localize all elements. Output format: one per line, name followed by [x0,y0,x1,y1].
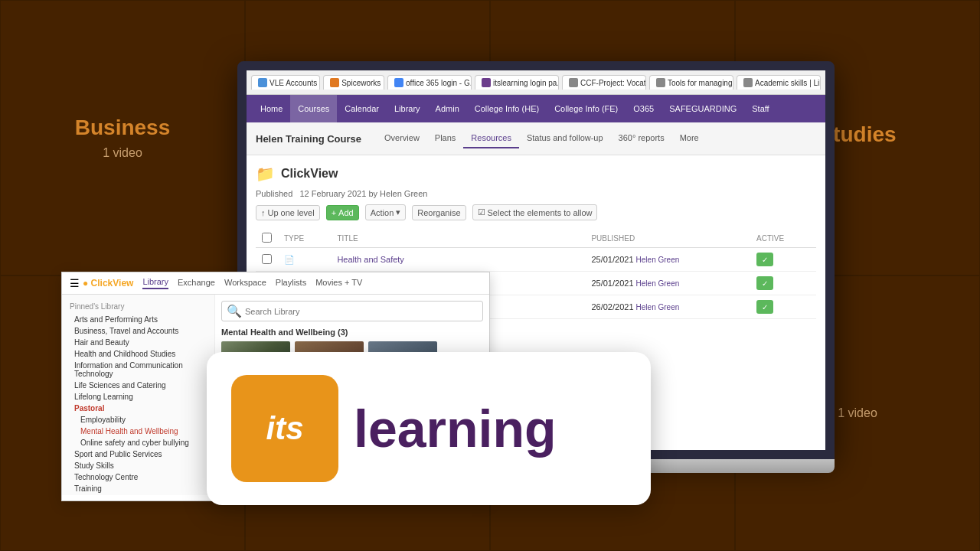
sidebar-item-study[interactable]: Study Skills [62,460,214,471]
up-one-level-btn[interactable]: ↑ Up one level [256,205,320,220]
sidebar-item-4[interactable]: Information and Communication Technology [62,360,214,380]
cv-nav-workspace[interactable]: Workspace [224,278,266,289]
browser-tab-5[interactable]: Tools for managing... [649,75,733,90]
logo-text-learning: learning [354,399,557,458]
sidebar-item-2[interactable]: Hair and Beauty [62,337,214,348]
sidebar-item-3[interactable]: Health and Childhood Studies [62,348,214,360]
nav-courses[interactable]: Courses [290,95,337,122]
nav-college-fe[interactable]: College Info (FE) [547,95,626,122]
course-header: Helen Training Course Overview Plans Res… [247,122,825,155]
nav-home[interactable]: Home [253,95,290,122]
bg-tile-business: Business 1 video [0,0,245,276]
nav-admin[interactable]: Admin [428,95,467,122]
tab-icon-ccf [569,78,578,87]
cv-category-title: Mental Health and Wellbeing (3) [221,328,483,337]
col-title: TITLE [331,230,585,248]
active-badge-0: ✓ [756,253,773,266]
bg-tile-count: 1 video [103,146,142,160]
author-link-1[interactable]: Helen Green [636,279,680,288]
tab-icon-vle [258,78,267,87]
nav-college-he[interactable]: College Info (HE) [467,95,547,122]
sidebar-sub-cyber[interactable]: Online safety and cyber bullying [62,437,214,448]
row-published-2: 26/02/2021 Helen Green [585,295,750,319]
course-tabs: Overview Plans Resources Status and foll… [377,129,707,148]
published-label: Published [256,189,292,198]
add-btn[interactable]: + Add [326,205,359,220]
nav-o365[interactable]: O365 [626,95,662,122]
tab-icon-tools [656,78,665,87]
sidebar-item-6[interactable]: Lifelong Learning [62,391,214,403]
table-row: 📄 Health and Safety 25/01/2021 Helen Gre… [256,248,816,272]
row-type-0: 📄 [278,248,331,272]
logo-card: its learning [207,352,651,505]
browser-tab-2[interactable]: office 365 login - G... [387,75,472,90]
active-badge-1: ✓ [756,276,773,290]
col-type: TYPE [278,230,331,248]
nav-safeguarding[interactable]: SAFEGUARDING [662,95,744,122]
browser-tab-0[interactable]: VLE Accounts [251,75,320,90]
browser-tab-4[interactable]: CCF-Project: Vocati... [562,75,646,90]
dropdown-icon: ▾ [396,207,400,217]
browser-tab-3[interactable]: itslearning login pa... [475,75,559,90]
row-published-1: 25/01/2021 Helen Green [585,272,750,295]
sidebar-item-pastoral[interactable]: Pastoral [62,403,214,414]
sidebar-sub-employability[interactable]: Employability [62,414,214,425]
cv-nav-playlists[interactable]: Playlists [276,278,306,289]
logo-icon-text: its [266,410,303,447]
tab-resources[interactable]: Resources [463,129,519,148]
cv-nav-library[interactable]: Library [142,277,168,289]
reorganise-btn[interactable]: Reorganise [412,205,466,220]
folder-header: 📁 ClickView [256,165,816,183]
lms-navbar: Home Courses Calendar Library Admin Coll… [247,95,825,122]
row-published-0: 25/01/2021 Helen Green [585,248,750,272]
col-active: ACTIVE [750,230,816,248]
cv-search-container: 🔍 [221,301,483,321]
bg-tile-title: Business [75,116,171,140]
row-checkbox-0[interactable] [262,254,272,264]
cv-search-input[interactable] [245,307,478,316]
browser-tab-1[interactable]: Spiceworks [323,75,384,90]
browser-tab-6[interactable]: Academic skills | Lib... [737,75,821,90]
search-icon: 🔍 [227,304,242,318]
select-icon: ☑ [478,207,485,217]
folder-toolbar: ↑ Up one level + Add Action ▾ Reorganise [256,204,816,220]
sidebar-item-1[interactable]: Business, Travel and Accounts [62,325,214,337]
row-title-0[interactable]: Health and Safety [331,248,585,272]
sidebar-item-5[interactable]: Life Sciences and Catering [62,380,214,391]
published-date: 12 February 2021 by Helen Green [300,189,428,198]
cv-logo: ● ClickView [83,278,133,289]
published-line: Published 12 February 2021 by Helen Gree… [256,189,816,198]
sidebar-item-0[interactable]: Arts and Performing Arts [62,314,214,325]
tab-icon-academic [743,78,753,87]
cv-nav-movies[interactable]: Movies + TV [315,278,362,289]
select-all-checkbox[interactable] [262,233,272,243]
tab-overview[interactable]: Overview [377,129,427,148]
cv-nav-exchange[interactable]: Exchange [178,278,215,289]
col-published: PUBLISHED [585,230,750,248]
action-btn[interactable]: Action ▾ [365,204,407,220]
cv-topbar: ☰ ● ClickView Library Exchange Workspace… [62,272,489,295]
browser-chrome: VLE Accounts Spiceworks office 365 login… [247,70,825,95]
logo-icon-box: its [231,375,338,482]
tab-360[interactable]: 360° reports [611,129,672,148]
nav-staff[interactable]: Staff [744,95,776,122]
tab-plans[interactable]: Plans [427,129,464,148]
sidebar-item-training[interactable]: Training [62,483,214,494]
itslearning-logo-overlay: its learning [207,352,651,505]
plus-icon: + [332,208,336,217]
bg-tile-count: 1 video [838,406,877,420]
author-link-0[interactable]: Helen Green [636,256,680,264]
sidebar-item-sport[interactable]: Sport and Public Services [62,448,214,460]
cv-sidebar-section: Pinned's Library [62,299,214,314]
tab-more[interactable]: More [672,129,707,148]
sidebar-sub-mhw[interactable]: Mental Health and Wellbeing [62,425,214,437]
sidebar-item-tech[interactable]: Technology Centre [62,471,214,483]
folder-name: ClickView [281,167,338,181]
select-elements-btn[interactable]: ☑ Select the elements to allow [472,204,598,220]
tab-status[interactable]: Status and follow-up [519,129,611,148]
nav-calendar[interactable]: Calendar [337,95,387,122]
logo-text: learning [354,403,557,455]
author-link-2[interactable]: Helen Green [636,303,680,311]
nav-library[interactable]: Library [387,95,428,122]
course-title: Helen Training Course [256,133,361,145]
